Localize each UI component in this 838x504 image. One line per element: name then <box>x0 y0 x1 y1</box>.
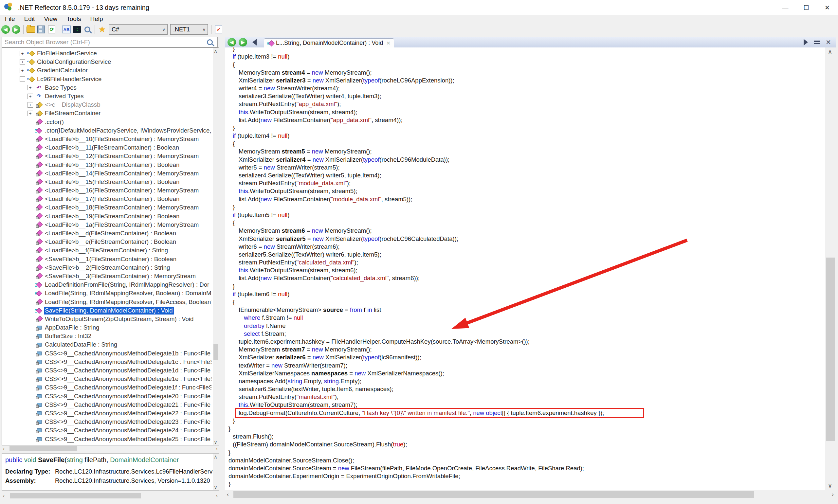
tab-close-icon[interactable]: ✕ <box>386 40 391 46</box>
object-browser-tree[interactable]: +«FloFileHandlerService+«GlobalConfigura… <box>2 48 219 446</box>
tree-item[interactable]: +«GradientCalculator <box>2 66 212 75</box>
tree-item[interactable]: <LoadFile>b__f(FileStreamContainer) : St… <box>2 246 212 255</box>
tree-item[interactable]: +«GlobalConfigurationService <box>2 58 212 66</box>
search-input[interactable]: Search Object Browser (Ctrl-F) <box>2 37 218 48</box>
tree-item[interactable]: CS$<>9__CachedAnonymousMethodDelegate24 … <box>2 426 212 435</box>
tree-item[interactable]: CS$<>9__CachedAnonymousMethodDelegate21 … <box>2 400 212 409</box>
signature-vertical-scrollbar[interactable]: ∧ ∨ <box>213 454 219 490</box>
scroll-right-icon[interactable]: › <box>216 493 218 498</box>
expand-icon[interactable]: + <box>28 94 33 99</box>
scroll-right-icon[interactable]: › <box>216 446 218 451</box>
tree-item[interactable]: CS$<>9__CachedAnonymousMethodDelegate25 … <box>2 435 212 443</box>
tree-item[interactable]: <LoadFile>b__17(FileStreamContainer) : B… <box>2 195 212 203</box>
scroll-up-icon[interactable]: ∧ <box>214 454 217 459</box>
expand-icon[interactable]: + <box>20 51 25 56</box>
tree-item[interactable]: AppDataFile : String <box>2 323 212 332</box>
tree-item[interactable]: <SaveFile>b__1(FileStreamContainer) : Bo… <box>2 255 212 264</box>
tree-item[interactable]: <LoadFile>b__12(FileStreamContainer) : M… <box>2 152 212 160</box>
code-hscrollbar-thumb[interactable] <box>233 491 754 498</box>
tree-item-selected[interactable]: SaveFile(String, DomainModelContainer) :… <box>2 306 212 315</box>
tree-item[interactable]: +<>c__DisplayClassb <box>2 101 212 109</box>
search-button[interactable] <box>83 24 92 34</box>
expand-icon[interactable]: + <box>28 85 33 90</box>
tree-item[interactable]: LoadFile(String, IRdmlMappingResolver, B… <box>2 289 212 298</box>
save-button[interactable] <box>36 24 46 34</box>
code-horizontal-scrollbar[interactable]: ‹ › <box>225 490 836 499</box>
tree-item[interactable]: CS$<>9__CachedAnonymousMethodDelegate23 … <box>2 418 212 426</box>
tree-item[interactable]: +↷Derived Types <box>2 92 212 101</box>
scroll-tabs-left-icon[interactable] <box>252 39 257 46</box>
tree-item[interactable]: <LoadFile>b__13(FileStreamContainer) : B… <box>2 160 212 169</box>
tree-item[interactable]: CS$<>9__CachedAnonymousMethodDelegate1b … <box>2 349 212 358</box>
language-select[interactable]: C# ∨ <box>109 24 167 35</box>
tree-horizontal-scrollbar[interactable]: ‹ › <box>2 446 219 452</box>
close-button[interactable]: ✕ <box>817 0 838 15</box>
framework-select[interactable]: .NET1 ∨ <box>170 24 208 35</box>
open-assembly-button[interactable] <box>26 24 36 34</box>
tree-item[interactable]: <LoadFile>b__d(FileStreamContainer) : Bo… <box>2 229 212 238</box>
tree-item[interactable]: .ctor(IDefaultModelFactoryService, IWind… <box>2 126 212 135</box>
tree-item[interactable]: CalculatedDataFile : String <box>2 340 212 349</box>
tree-item[interactable]: <LoadFile>b__16(FileStreamContainer) : M… <box>2 186 212 195</box>
expand-icon[interactable]: + <box>28 111 33 116</box>
menu-item-tools[interactable]: Tools <box>62 15 86 22</box>
scroll-tabs-right-icon[interactable] <box>804 39 808 46</box>
tree-item[interactable]: LoadFile(String, IRdmlMappingResolver, F… <box>2 298 212 306</box>
tree-scrollbar-thumb[interactable] <box>213 344 218 360</box>
tree-item[interactable]: <LoadFile>b__18(FileStreamContainer) : M… <box>2 203 212 212</box>
tree-item[interactable]: <SaveFile>b__2(FileStreamContainer) : St… <box>2 264 212 272</box>
scroll-down-icon[interactable]: ∨ <box>828 483 832 489</box>
tree-item[interactable]: CS$<>9__CachedAnonymousMethodDelegate1c … <box>2 358 212 366</box>
tree-item[interactable]: LoadDefinitionFromFile(String, IRdmlMapp… <box>2 281 212 289</box>
tree-hscrollbar-thumb[interactable] <box>10 446 77 451</box>
refresh-button[interactable]: ⟳ <box>47 24 57 34</box>
tree-item[interactable]: CS$<>9__CachedAnonymousMethodDelegate20 … <box>2 392 212 400</box>
tree-item[interactable]: −«Lc96FileHandlerService <box>2 75 212 84</box>
scroll-up-icon[interactable]: ∧ <box>828 49 832 55</box>
nav-back-button[interactable]: ◀ <box>1 24 11 34</box>
signature-hscrollbar-thumb[interactable] <box>10 493 141 499</box>
tree-item[interactable]: CS$<>9__CachedAnonymousMethodDelegate1e … <box>2 375 212 383</box>
expand-icon[interactable]: + <box>28 102 33 108</box>
scroll-down-icon[interactable]: ∨ <box>214 485 217 490</box>
history-forward-button[interactable]: ▶ <box>239 38 247 47</box>
tree-vertical-scrollbar[interactable]: ∧ ∨ <box>213 48 219 445</box>
code-scrollbar-thumb[interactable] <box>826 257 835 441</box>
collapse-icon[interactable]: − <box>20 76 25 82</box>
expand-icon[interactable]: + <box>20 68 25 73</box>
tab-list-icon[interactable] <box>814 40 820 44</box>
tree-item[interactable]: +↶Base Types <box>2 84 212 92</box>
scroll-left-icon[interactable]: ‹ <box>3 446 4 451</box>
expand-icon[interactable]: + <box>20 59 25 65</box>
code-vertical-scrollbar[interactable]: ∧ ∨ <box>825 48 836 490</box>
tree-item[interactable]: CS$<>9__CachedAnonymousMethodDelegate1d … <box>2 366 212 375</box>
tree-item[interactable]: <LoadFile>b__e(FileStreamContainer) : Bo… <box>2 238 212 246</box>
tree-item[interactable]: <SaveFile>b__3(FileStreamContainer) : Me… <box>2 272 212 281</box>
scroll-right-icon[interactable]: › <box>832 491 834 497</box>
verify-button[interactable]: ✓ <box>214 24 224 34</box>
disassembler-button[interactable]: :: <box>72 24 82 34</box>
tree-item[interactable]: CS$<>9__CachedAnonymousMethodDelegate1f … <box>2 383 212 392</box>
tree-item[interactable]: <LoadFile>b__19(FileStreamContainer) : B… <box>2 212 212 220</box>
tree-item[interactable]: <LoadFile>b__1a(FileStreamContainer) : M… <box>2 220 212 229</box>
minimize-button[interactable]: — <box>775 0 796 15</box>
tree-item[interactable]: BufferSize : Int32 <box>2 332 212 340</box>
menu-item-file[interactable]: File <box>0 15 20 22</box>
tree-item[interactable]: WriteToOutputStream(ZipOutputStream, Str… <box>2 315 212 323</box>
menu-item-view[interactable]: View <box>39 15 62 22</box>
signature-horizontal-scrollbar[interactable]: ‹ › <box>2 492 219 499</box>
tree-item[interactable]: <LoadFile>b__11(FileStreamContainer) : B… <box>2 143 212 152</box>
rename-button[interactable]: AB <box>61 24 71 34</box>
favorites-button[interactable]: ★ <box>97 24 107 34</box>
menu-item-help[interactable]: Help <box>86 15 108 22</box>
tree-item[interactable]: <LoadFile>b__14(FileStreamContainer) : M… <box>2 169 212 178</box>
scroll-left-icon[interactable]: ‹ <box>3 493 4 498</box>
nav-forward-button[interactable]: ▶ <box>11 24 21 34</box>
maximize-button[interactable]: ☐ <box>796 0 817 15</box>
menu-item-edit[interactable]: Edit <box>20 15 40 22</box>
scroll-down-icon[interactable]: ∨ <box>214 439 217 445</box>
history-back-button[interactable]: ◀ <box>228 38 236 47</box>
scroll-left-icon[interactable]: ‹ <box>227 491 229 497</box>
tree-item[interactable]: +FileStreamContainer <box>2 109 212 118</box>
tree-item[interactable]: CS$<>9__CachedAnonymousMethodDelegate22 … <box>2 409 212 418</box>
